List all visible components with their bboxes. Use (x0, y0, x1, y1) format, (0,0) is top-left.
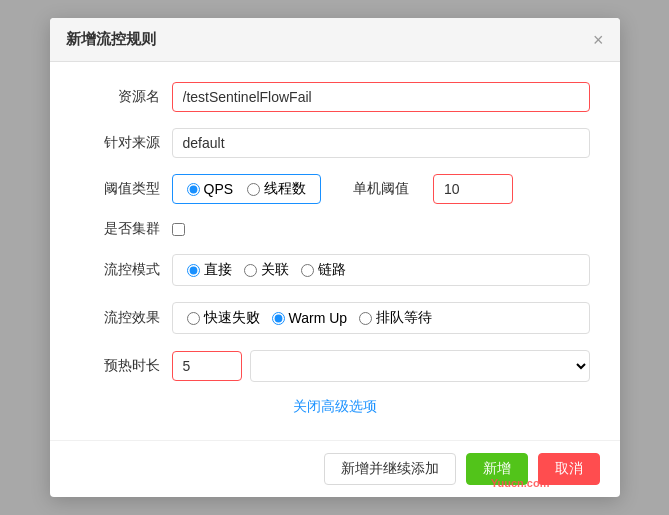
add-continue-button[interactable]: 新增并继续添加 (324, 453, 456, 485)
qps-radio[interactable] (187, 183, 200, 196)
modal-footer: 新增并继续添加 新增 取消 Yuucn.com (50, 440, 620, 497)
threshold-controls: QPS 线程数 单机阈值 (172, 174, 590, 204)
warm-up-label: Warm Up (289, 310, 348, 326)
cluster-label: 是否集群 (80, 220, 160, 238)
close-button[interactable]: × (593, 31, 604, 49)
chain-option[interactable]: 链路 (301, 261, 346, 279)
chain-label: 链路 (318, 261, 346, 279)
qps-option[interactable]: QPS (187, 181, 234, 197)
threshold-row: 阈值类型 QPS 线程数 单机阈值 (80, 174, 590, 204)
modal-body: 资源名 针对来源 阈值类型 QPS (50, 62, 620, 440)
watermark: Yuucn.com (491, 477, 550, 489)
advanced-options-link[interactable]: 关闭高级选项 (293, 398, 377, 414)
warm-up-option[interactable]: Warm Up (272, 310, 348, 326)
target-source-row: 针对来源 (80, 128, 590, 158)
direct-label: 直接 (204, 261, 232, 279)
threshold-value-label: 单机阈值 (353, 180, 409, 198)
resource-name-row: 资源名 (80, 82, 590, 112)
chain-radio[interactable] (301, 264, 314, 277)
relate-option[interactable]: 关联 (244, 261, 289, 279)
preheat-control (172, 350, 590, 382)
flow-effect-row: 流控效果 快速失败 Warm Up 排队等待 (80, 302, 590, 334)
resource-name-control (172, 82, 590, 112)
modal-dialog: 新增流控规则 × 资源名 针对来源 阈值类型 (50, 18, 620, 497)
flow-mode-row: 流控模式 直接 关联 链路 (80, 254, 590, 286)
relate-radio[interactable] (244, 264, 257, 277)
modal-overlay: 新增流控规则 × 资源名 针对来源 阈值类型 (0, 0, 669, 515)
fast-fail-label: 快速失败 (204, 309, 260, 327)
target-source-input[interactable] (172, 128, 590, 158)
threshold-type-label: 阈值类型 (80, 180, 160, 198)
thread-option[interactable]: 线程数 (247, 180, 306, 198)
queue-radio[interactable] (359, 312, 372, 325)
direct-option[interactable]: 直接 (187, 261, 232, 279)
resource-name-input[interactable] (172, 82, 590, 112)
resource-name-label: 资源名 (80, 88, 160, 106)
modal-title: 新增流控规则 (66, 30, 156, 49)
flow-mode-label: 流控模式 (80, 261, 160, 279)
flow-effect-radio-group: 快速失败 Warm Up 排队等待 (187, 309, 433, 327)
threshold-value-input[interactable] (433, 174, 513, 204)
queue-label: 排队等待 (376, 309, 432, 327)
cluster-checkbox[interactable] (172, 223, 185, 236)
fast-fail-option[interactable]: 快速失败 (187, 309, 260, 327)
cluster-checkbox-option[interactable] (172, 223, 590, 236)
warm-up-radio[interactable] (272, 312, 285, 325)
target-source-label: 针对来源 (80, 134, 160, 152)
cluster-control (172, 223, 590, 236)
flow-effect-control: 快速失败 Warm Up 排队等待 (172, 302, 590, 334)
target-source-control (172, 128, 590, 158)
queue-option[interactable]: 排队等待 (359, 309, 432, 327)
thread-radio[interactable] (247, 183, 260, 196)
flow-effect-label: 流控效果 (80, 309, 160, 327)
qps-label: QPS (204, 181, 234, 197)
relate-label: 关联 (261, 261, 289, 279)
fast-fail-radio[interactable] (187, 312, 200, 325)
cluster-row: 是否集群 (80, 220, 590, 238)
preheat-label: 预热时长 (80, 357, 160, 375)
direct-radio[interactable] (187, 264, 200, 277)
preheat-row: 预热时长 (80, 350, 590, 382)
flow-mode-radio-group: 直接 关联 链路 (187, 261, 346, 279)
preheat-select[interactable] (250, 350, 590, 382)
flow-mode-control: 直接 关联 链路 (172, 254, 590, 286)
thread-label: 线程数 (264, 180, 306, 198)
advanced-options-link-row: 关闭高级选项 (80, 398, 590, 416)
preheat-input[interactable] (172, 351, 242, 381)
threshold-type-box: QPS 线程数 (172, 174, 322, 204)
modal-header: 新增流控规则 × (50, 18, 620, 62)
